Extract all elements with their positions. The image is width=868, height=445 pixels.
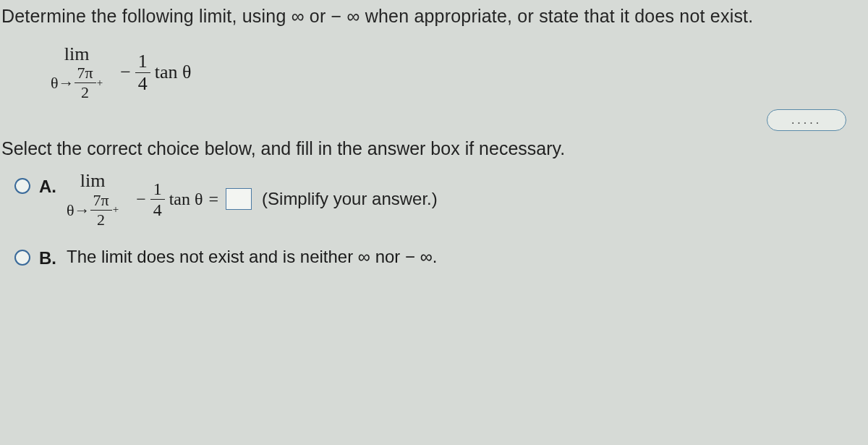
more-button[interactable]: .....	[767, 109, 846, 131]
coefficient-fraction: 1 4	[135, 52, 150, 93]
frac-den-a: 2	[94, 211, 108, 228]
limit-subscript-a: θ→ 7π 2 +	[67, 192, 119, 228]
choice-a-expression: lim θ→ 7π 2 + − 1 4 tan θ =	[67, 171, 438, 227]
choice-b-label: B.	[39, 248, 56, 268]
theta-arrow-a: θ→	[67, 202, 90, 219]
coef-den-a: 4	[150, 200, 165, 219]
approach-plus-a: +	[113, 204, 119, 216]
choice-b: B. The limit does not exist and is neith…	[0, 245, 868, 268]
choice-a-label: A.	[39, 177, 56, 197]
limit-operator-a: lim θ→ 7π 2 +	[67, 171, 119, 227]
divider-zone: .....	[0, 101, 868, 134]
choice-a-body: lim θ→ 7π 2 + − 1 4 tan θ =	[67, 174, 438, 227]
expression-body: − 1 4 tan θ	[116, 52, 191, 93]
equals-sign: =	[209, 190, 219, 209]
answer-input[interactable]	[226, 188, 252, 210]
choice-a: A. lim θ→ 7π 2 + − 1 4 ta	[0, 174, 868, 227]
coef-num-a: 1	[150, 180, 165, 200]
limit-target-fraction: 7π 2	[75, 65, 96, 101]
limit-operator: lim θ→ 7π 2 +	[51, 44, 103, 101]
limit-target-fraction-a: 7π 2	[90, 192, 112, 228]
approach-plus: +	[97, 77, 103, 89]
minus-sign: −	[120, 62, 131, 83]
tan-theta: tan θ	[155, 62, 192, 83]
lim-word: lim	[64, 44, 90, 64]
frac-num: 7π	[75, 65, 96, 83]
theta-arrow: θ→	[51, 75, 75, 91]
radio-a[interactable]	[14, 178, 30, 194]
coef-num: 1	[135, 52, 150, 73]
problem-prompt: Determine the following limit, using ∞ o…	[0, 0, 868, 40]
frac-den: 2	[78, 83, 92, 101]
limit-expression: lim θ→ 7π 2 + − 1 4 tan θ	[51, 44, 192, 101]
expression-body-a: − 1 4 tan θ =	[132, 180, 218, 219]
radio-b[interactable]	[14, 250, 30, 266]
minus-sign-a: −	[136, 190, 146, 209]
coef-den: 4	[135, 73, 150, 93]
tan-theta-a: tan θ	[169, 190, 203, 209]
limit-subscript: θ→ 7π 2 +	[51, 65, 103, 101]
coefficient-fraction-a: 1 4	[150, 180, 165, 219]
choice-b-text: The limit does not exist and is neither …	[67, 247, 437, 267]
instruction-text: Select the correct choice below, and fil…	[0, 134, 868, 174]
lim-word-a: lim	[80, 171, 106, 190]
simplify-hint: (Simplify your answer.)	[262, 189, 438, 209]
frac-num-a: 7π	[90, 192, 112, 211]
